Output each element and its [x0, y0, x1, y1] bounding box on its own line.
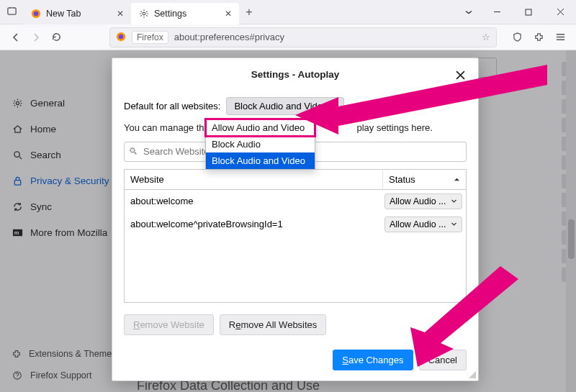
svg-point-6	[119, 34, 124, 39]
titlebar: New Tab ✕ Settings ✕ +	[0, 0, 576, 24]
th-website[interactable]: Website	[125, 170, 383, 189]
gear-icon	[138, 8, 150, 19]
extensions-icon[interactable]	[528, 27, 549, 47]
autoplay-modal: Settings - Autoplay Default for all webs…	[112, 58, 479, 381]
svg-rect-4	[526, 9, 531, 15]
tab-settings[interactable]: Settings ✕	[131, 3, 239, 24]
close-icon[interactable]: ✕	[225, 9, 232, 19]
table-row[interactable]: about:welcome Allow Audio ...	[125, 190, 466, 213]
svg-rect-0	[7, 7, 15, 14]
save-changes-button[interactable]: Save Changes	[333, 350, 413, 370]
default-row: Default for all websites: Block Audio an…	[124, 97, 467, 115]
th-status[interactable]: Status	[383, 170, 466, 189]
modal-title: Settings - Autoplay	[251, 69, 340, 80]
forward-button[interactable]	[26, 27, 46, 47]
back-button[interactable]	[6, 27, 26, 47]
chevron-down-icon[interactable]	[456, 2, 481, 22]
minimize-button[interactable]	[481, 2, 513, 22]
dropdown-option-block-av[interactable]: Block Audio and Video	[206, 152, 315, 169]
taskview-icon[interactable]	[0, 6, 23, 19]
close-icon[interactable]: ✕	[117, 9, 124, 19]
tab-newtab[interactable]: New Tab ✕	[23, 3, 131, 24]
cancel-button[interactable]: Cancel	[419, 350, 467, 370]
cell-website: about:welcome	[125, 190, 381, 212]
remove-all-button[interactable]: Remove All Websites	[220, 314, 327, 335]
remove-website-button[interactable]: Remove Website	[124, 314, 214, 335]
url-badge: Firefox	[132, 31, 168, 44]
newtab-button[interactable]: +	[239, 6, 259, 19]
row-status-select[interactable]: Allow Audio ...	[384, 216, 462, 232]
firefox-icon	[30, 8, 42, 19]
table-body: about:welcome Allow Audio ... about:welc…	[124, 189, 467, 303]
table-row[interactable]: about:welcome^privateBrowsingId=1 Allow …	[125, 213, 466, 236]
firefox-icon	[116, 32, 127, 43]
bookmark-icon[interactable]: ☆	[482, 32, 490, 42]
url-text: about:preferences#privacy	[174, 32, 284, 42]
default-select[interactable]: Block Audio and Video	[226, 97, 344, 115]
tab-label: New Tab	[46, 9, 81, 19]
svg-point-2	[34, 11, 39, 16]
maximize-button[interactable]	[513, 2, 544, 22]
row-status-select[interactable]: Allow Audio ...	[384, 193, 462, 209]
dropdown-option-block-audio[interactable]: Block Audio	[206, 136, 315, 152]
reload-button[interactable]	[46, 27, 66, 47]
default-value: Block Audio and Video	[234, 101, 328, 111]
default-dropdown: Allow Audio and Video Block Audio Block …	[205, 119, 315, 170]
modal-header: Settings - Autoplay	[124, 67, 467, 83]
resize-handle[interactable]	[467, 370, 476, 378]
tab-label: Settings	[154, 9, 186, 19]
window-controls	[456, 2, 576, 22]
sort-up-icon	[454, 174, 460, 185]
search-icon: 🔍︎	[129, 146, 138, 157]
toolbar: Firefox about:preferences#privacy ☆	[0, 24, 576, 50]
table-header: Website Status	[124, 169, 467, 189]
modal-close-button[interactable]	[451, 65, 469, 84]
chevron-down-icon	[332, 101, 339, 111]
cell-website: about:welcome^privateBrowsingId=1	[125, 213, 381, 235]
menu-icon[interactable]	[550, 27, 570, 47]
url-bar[interactable]: Firefox about:preferences#privacy ☆	[109, 27, 497, 47]
default-label: Default for all websites:	[124, 101, 220, 111]
svg-point-3	[143, 12, 145, 15]
dropdown-option-allow-av[interactable]: Allow Audio and Video	[206, 119, 315, 136]
shield-icon[interactable]	[507, 27, 527, 47]
close-button[interactable]	[544, 2, 576, 22]
